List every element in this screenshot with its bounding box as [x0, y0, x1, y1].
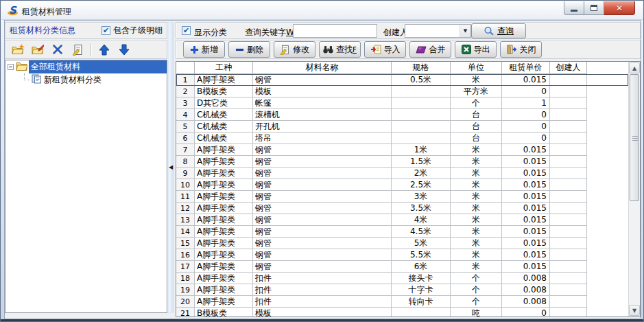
table-cell[interactable]: A脚手架类 — [195, 284, 253, 296]
vertical-scrollbar[interactable]: ▲ ▼ — [628, 62, 640, 317]
table-cell[interactable]: 0.015 — [502, 168, 550, 179]
table-cell[interactable]: 6米 — [392, 261, 451, 273]
table-cell[interactable]: A脚手架类 — [195, 144, 253, 156]
table-row[interactable]: 7A脚手架类钢管1米米0.015 — [176, 144, 628, 156]
tree-item-child[interactable]: 新租赁材料分类 — [19, 73, 167, 87]
table-cell[interactable] — [550, 168, 587, 179]
table-row[interactable]: 17A脚手架类钢管6米米0.015 — [176, 261, 628, 273]
table-cell[interactable]: 开孔机 — [253, 121, 392, 133]
table-cell[interactable]: A脚手架类 — [195, 249, 253, 261]
table-cell[interactable]: 钢管 — [253, 261, 392, 273]
table-cell[interactable]: C机械类 — [195, 133, 253, 144]
table-cell[interactable]: 0 — [502, 109, 550, 121]
table-cell[interactable]: 扣件 — [253, 273, 392, 284]
table-cell[interactable] — [550, 133, 587, 144]
table-row[interactable]: 19A脚手架类扣件十字卡个0.008 — [176, 284, 628, 296]
include-sub-checkbox[interactable]: ✔ — [102, 26, 110, 35]
add-button[interactable]: 新增 — [183, 41, 225, 58]
table-cell[interactable]: A脚手架类 — [195, 156, 253, 168]
table-cell[interactable] — [550, 156, 587, 168]
table-cell[interactable] — [550, 249, 587, 261]
table-cell[interactable]: 个 — [451, 284, 502, 296]
minimize-button[interactable] — [564, 1, 584, 15]
row-number-cell[interactable]: 3 — [176, 97, 195, 109]
table-cell[interactable]: 个 — [451, 296, 502, 308]
modify-button[interactable]: 修改 — [274, 41, 315, 58]
merge-button[interactable]: 合并 — [409, 41, 451, 58]
table-cell[interactable] — [550, 308, 587, 317]
table-cell[interactable]: A脚手架类 — [195, 238, 253, 249]
add-category-button[interactable] — [11, 43, 25, 56]
table-cell[interactable]: A脚手架类 — [195, 226, 253, 238]
move-up-button[interactable] — [97, 43, 111, 56]
row-number-cell[interactable]: 5 — [176, 121, 195, 133]
table-cell[interactable] — [550, 214, 587, 226]
table-cell[interactable]: 钢管 — [253, 191, 392, 203]
keyword-input[interactable] — [293, 24, 377, 38]
table-cell[interactable]: 钢管 — [253, 144, 392, 156]
table-cell[interactable] — [392, 97, 451, 109]
table-row[interactable]: 13A脚手架类钢管4米米0.015 — [176, 214, 628, 226]
table-cell[interactable]: A脚手架类 — [195, 168, 253, 179]
scroll-up-button[interactable]: ▲ — [629, 62, 640, 73]
table-cell[interactable] — [550, 284, 587, 296]
table-cell[interactable]: 十字卡 — [392, 284, 451, 296]
table-cell[interactable]: 米 — [451, 144, 502, 156]
table-cell[interactable]: 2.5米 — [392, 179, 451, 191]
scroll-down-button[interactable]: ▼ — [629, 305, 640, 316]
table-cell[interactable]: 0.015 — [502, 156, 550, 168]
table-cell[interactable]: 0.015 — [502, 238, 550, 249]
column-header-unit[interactable]: 单位 — [451, 62, 502, 74]
table-cell[interactable]: 扣件 — [253, 284, 392, 296]
table-cell[interactable]: 台 — [451, 121, 502, 133]
table-cell[interactable] — [550, 74, 587, 86]
table-row[interactable]: 14A脚手架类钢管4.5米米0.015 — [176, 226, 628, 238]
table-cell[interactable]: 3.5米 — [392, 203, 451, 214]
table-cell[interactable] — [550, 109, 587, 121]
table-cell[interactable]: 0 — [502, 308, 550, 317]
close-button[interactable]: ✕ — [604, 1, 635, 15]
table-cell[interactable]: A脚手架类 — [195, 261, 253, 273]
table-cell[interactable]: 0.008 — [502, 284, 550, 296]
table-row[interactable]: 16A脚手架类钢管5.5米米0.015 — [176, 249, 628, 261]
table-cell[interactable]: 米 — [451, 168, 502, 179]
panel-splitter[interactable]: ◀ — [168, 22, 174, 313]
table-cell[interactable]: 0.015 — [502, 261, 550, 273]
table-row[interactable]: 1A脚手架类钢管0.5米米0.015 — [176, 74, 628, 86]
table-row[interactable]: 10A脚手架类钢管2.5米米0.015 — [176, 179, 628, 191]
table-cell[interactable]: C机械类 — [195, 109, 253, 121]
splitter-collapse-icon[interactable]: ◀ — [169, 164, 173, 170]
row-number-cell[interactable]: 7 — [176, 144, 195, 156]
table-cell[interactable]: 4.5米 — [392, 226, 451, 238]
table-cell[interactable]: 米 — [451, 179, 502, 191]
table-cell[interactable]: 钢管 — [253, 179, 392, 191]
table-cell[interactable]: 模板 — [253, 308, 392, 317]
maximize-button[interactable] — [584, 1, 604, 15]
row-number-cell[interactable]: 21 — [176, 308, 195, 317]
table-cell[interactable] — [550, 97, 587, 109]
table-cell[interactable]: 0.015 — [502, 226, 550, 238]
table-cell[interactable]: 0.008 — [502, 296, 550, 308]
table-cell[interactable]: 1米 — [392, 144, 451, 156]
table-cell[interactable]: 0.008 — [502, 273, 550, 284]
table-cell[interactable] — [550, 203, 587, 214]
table-cell[interactable] — [392, 133, 451, 144]
scrollbar-thumb[interactable] — [630, 74, 639, 201]
table-cell[interactable] — [392, 86, 451, 97]
table-cell[interactable]: 1.5米 — [392, 156, 451, 168]
table-cell[interactable]: 5.5米 — [392, 249, 451, 261]
table-cell[interactable]: 0.015 — [502, 74, 550, 86]
table-cell[interactable]: 4米 — [392, 214, 451, 226]
row-number-cell[interactable]: 17 — [176, 261, 195, 273]
table-cell[interactable]: 米 — [451, 74, 502, 86]
table-row[interactable]: 6C机械类塔吊台0 — [176, 133, 628, 144]
table-cell[interactable]: 钢管 — [253, 156, 392, 168]
table-cell[interactable]: 钢管 — [253, 238, 392, 249]
table-cell[interactable] — [550, 86, 587, 97]
table-cell[interactable]: 平方米 — [451, 86, 502, 97]
edit-category-button[interactable] — [31, 43, 45, 56]
table-cell[interactable] — [550, 191, 587, 203]
table-cell[interactable]: 0 — [502, 121, 550, 133]
table-cell[interactable]: 个 — [451, 273, 502, 284]
table-cell[interactable] — [550, 179, 587, 191]
